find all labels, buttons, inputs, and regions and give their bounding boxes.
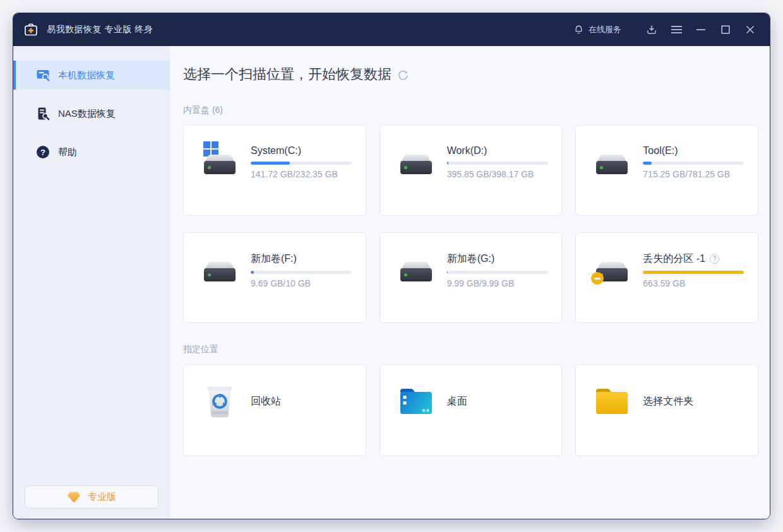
windows-system-drive-icon: [202, 141, 237, 177]
recycle-bin-icon: [202, 383, 237, 420]
sidebar-item-local-recovery[interactable]: 本机数据恢复: [13, 61, 170, 90]
drive-card-tool-e[interactable]: Tool(E:) 715.25 GB/781.25 GB: [575, 125, 758, 216]
capacity-bar: [643, 162, 744, 165]
menu-button[interactable]: [666, 19, 687, 40]
app-window: 易我数据恢复 专业版 终身 在线服务: [13, 13, 770, 519]
drive-name: System(C:): [251, 145, 301, 157]
drive-card-volume-f[interactable]: 新加卷(F:) 9.69 GB/10 GB: [183, 232, 366, 323]
hard-drive-icon: [398, 141, 434, 177]
bell-icon: [573, 25, 584, 35]
drive-name: 新加卷(F:): [251, 252, 297, 266]
local-recovery-icon: [36, 68, 50, 82]
capacity-bar: [447, 271, 548, 274]
drive-name: Tool(E:): [643, 145, 678, 157]
hard-drive-icon: [594, 154, 630, 175]
nas-recovery-icon: [36, 107, 50, 121]
help-icon: [36, 145, 50, 159]
drive-size: 9.99 GB/9.99 GB: [447, 278, 548, 288]
capacity-bar: [643, 271, 744, 274]
pro-version-label: 专业版: [88, 491, 116, 503]
sidebar-item-label: 帮助: [58, 146, 77, 158]
hard-drive-icon: [398, 261, 434, 283]
locations-grid: 回收站 桌面 选择文件夹: [183, 364, 758, 456]
drive-name: 丢失的分区 -1: [643, 252, 705, 266]
hard-drive-icon: [202, 249, 237, 284]
hard-drive-icon: [398, 249, 434, 284]
sidebar-item-label: NAS数据恢复: [58, 108, 116, 120]
main-panel: 选择一个扫描位置，开始恢复数据 内置盘 (6) System(: [170, 46, 770, 519]
menu-icon: [671, 25, 682, 34]
minus-badge-icon: [591, 272, 604, 285]
app-logo-icon: [23, 22, 39, 37]
drives-grid: System(C:) 141.72 GB/232.35 GB Work(D:) …: [183, 125, 758, 323]
drive-name: Work(D:): [447, 145, 487, 157]
location-label: 选择文件夹: [643, 395, 693, 408]
drive-name: 新加卷(G:): [447, 252, 495, 266]
choose-folder-icon: [594, 387, 630, 416]
pro-version-button[interactable]: 专业版: [25, 485, 158, 509]
close-button[interactable]: [739, 19, 761, 40]
online-service-button[interactable]: 在线服务: [573, 24, 621, 35]
section-label-specified-locations: 指定位置: [183, 344, 758, 355]
capacity-bar: [251, 271, 352, 274]
drive-size: 141.72 GB/232.35 GB: [251, 169, 352, 179]
location-label: 回收站: [251, 395, 281, 408]
page-title: 选择一个扫描位置，开始恢复数据: [183, 65, 392, 84]
download-button[interactable]: [641, 19, 662, 40]
drive-size: 395.85 GB/398.17 GB: [447, 169, 548, 179]
capacity-bar: [447, 162, 548, 165]
location-card-desktop[interactable]: 桌面: [380, 364, 563, 456]
refresh-icon: [398, 70, 409, 81]
hard-drive-icon: [594, 141, 630, 177]
location-label: 桌面: [447, 395, 467, 408]
titlebar: 易我数据恢复 专业版 终身 在线服务: [13, 13, 770, 46]
refresh-button[interactable]: [398, 70, 409, 81]
hard-drive-icon: [202, 261, 237, 283]
location-card-choose-folder[interactable]: 选择文件夹: [575, 364, 758, 456]
drive-size: 715.25 GB/781.25 GB: [643, 169, 744, 179]
drive-card-system-c[interactable]: System(C:) 141.72 GB/232.35 GB: [183, 125, 366, 216]
capacity-bar: [251, 162, 352, 165]
drive-size: 663.59 GB: [643, 278, 744, 288]
desktop-folder-icon: [398, 387, 434, 416]
minimize-button[interactable]: [690, 19, 712, 40]
section-label-internal-disks: 内置盘 (6): [183, 105, 758, 116]
app-title: 易我数据恢复 专业版 终身: [47, 24, 153, 35]
lost-partition-drive-icon: [594, 249, 630, 284]
hard-drive-icon: [398, 154, 434, 175]
drive-card-work-d[interactable]: Work(D:) 395.85 GB/398.17 GB: [380, 125, 563, 216]
minimize-icon: [696, 25, 705, 34]
sidebar-item-label: 本机数据恢复: [58, 69, 115, 81]
maximize-icon: [721, 25, 730, 34]
maximize-button[interactable]: [715, 19, 736, 40]
location-card-recycle-bin[interactable]: 回收站: [183, 364, 366, 456]
gem-icon: [67, 491, 81, 504]
close-icon: [746, 25, 755, 34]
drive-card-lost-partition[interactable]: 丢失的分区 -1 663.59 GB: [575, 232, 758, 323]
question-circle-icon[interactable]: [710, 254, 719, 264]
sidebar-item-help[interactable]: 帮助: [13, 138, 170, 167]
online-service-label: 在线服务: [589, 24, 621, 35]
sidebar-item-nas-recovery[interactable]: NAS数据恢复: [13, 99, 170, 128]
hard-drive-icon: [202, 154, 237, 175]
drive-size: 9.69 GB/10 GB: [251, 278, 352, 288]
sidebar: 本机数据恢复 NAS数据恢复 帮助 专业版: [13, 46, 170, 519]
download-icon: [646, 24, 657, 35]
drive-card-volume-g[interactable]: 新加卷(G:) 9.99 GB/9.99 GB: [380, 232, 563, 323]
